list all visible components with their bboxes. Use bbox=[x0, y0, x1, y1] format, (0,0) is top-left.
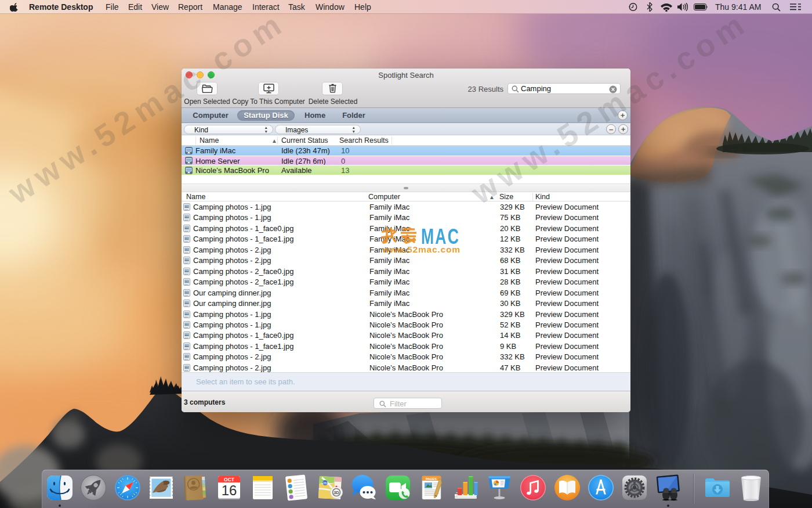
svg-text:PAGES: PAGES bbox=[426, 477, 437, 481]
svg-text:16: 16 bbox=[221, 482, 237, 498]
svg-text:280: 280 bbox=[322, 481, 329, 485]
svg-text:www.52mac.com: www.52mac.com bbox=[382, 244, 461, 254]
svg-text:3D: 3D bbox=[334, 490, 340, 495]
svg-text:OCT: OCT bbox=[224, 477, 235, 482]
